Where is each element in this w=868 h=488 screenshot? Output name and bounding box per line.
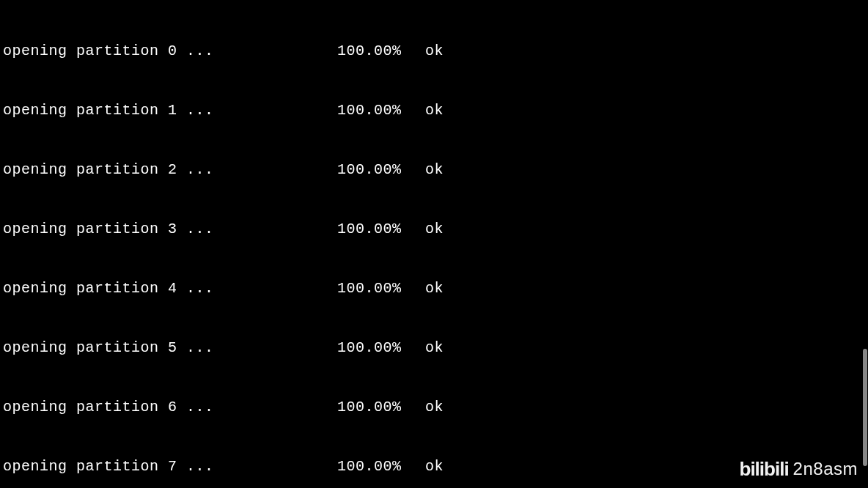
partition-status: ok xyxy=(425,160,444,180)
partition-label: opening partition 1 ... xyxy=(3,100,337,120)
partition-row: opening partition 6 ...100.00%ok xyxy=(3,397,865,417)
watermark: bilibili 2n8asm xyxy=(740,456,858,482)
bilibili-logo-icon: bilibili xyxy=(740,456,789,482)
partition-percent: 100.00% xyxy=(337,278,425,298)
scrollbar-thumb[interactable] xyxy=(863,349,867,466)
partition-status: ok xyxy=(425,219,444,239)
scrollbar[interactable] xyxy=(862,0,868,488)
partition-status: ok xyxy=(425,41,444,61)
partition-label: opening partition 2 ... xyxy=(3,160,337,180)
partition-label: opening partition 0 ... xyxy=(3,41,337,61)
partition-status: ok xyxy=(425,278,444,298)
partition-label: opening partition 3 ... xyxy=(3,219,337,239)
partition-status: ok xyxy=(425,100,444,120)
partition-percent: 100.00% xyxy=(337,41,425,61)
partition-row: opening partition 2 ...100.00%ok xyxy=(3,160,865,180)
partition-row: opening partition 0 ...100.00%ok xyxy=(3,41,865,61)
partition-percent: 100.00% xyxy=(337,338,425,358)
watermark-text: 2n8asm xyxy=(793,457,858,481)
partition-percent: 100.00% xyxy=(337,100,425,120)
partition-percent: 100.00% xyxy=(337,456,425,476)
partition-percent: 100.00% xyxy=(337,397,425,417)
partition-row: opening partition 1 ...100.00%ok xyxy=(3,100,865,120)
partition-status: ok xyxy=(425,456,444,476)
partition-row: opening partition 7 ...100.00%ok xyxy=(3,456,865,476)
partition-percent: 100.00% xyxy=(337,219,425,239)
partition-label: opening partition 4 ... xyxy=(3,278,337,298)
partition-status: ok xyxy=(425,338,444,358)
terminal-output: opening partition 0 ...100.00%ok opening… xyxy=(0,0,868,488)
partition-label: opening partition 7 ... xyxy=(3,456,337,476)
partition-label: opening partition 5 ... xyxy=(3,338,337,358)
partition-row: opening partition 5 ...100.00%ok xyxy=(3,338,865,358)
partition-row: opening partition 3 ...100.00%ok xyxy=(3,219,865,239)
partition-percent: 100.00% xyxy=(337,160,425,180)
partition-label: opening partition 6 ... xyxy=(3,397,337,417)
partition-status: ok xyxy=(425,397,444,417)
partition-row: opening partition 4 ...100.00%ok xyxy=(3,278,865,298)
